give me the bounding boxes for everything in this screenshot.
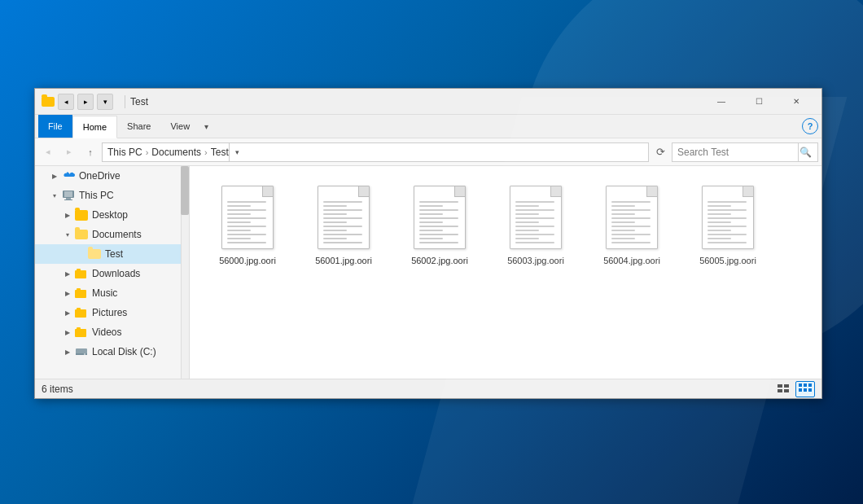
ribbon: File Home Share View ▾ ?	[35, 115, 821, 138]
svg-rect-3	[64, 199, 72, 200]
search-input[interactable]	[677, 147, 798, 158]
sidebar-item-documents[interactable]: ▾ Documents	[35, 225, 189, 244]
sidebar-item-onedrive[interactable]: ▶ OneDrive	[35, 166, 189, 186]
sidebar-item-pictures[interactable]: ▶ Pictures	[35, 303, 189, 322]
svg-rect-5	[77, 269, 81, 271]
sidebar-item-this-pc[interactable]: ▾ This PC	[35, 186, 189, 205]
desktop-folder-icon	[74, 208, 89, 222]
svg-rect-2	[66, 198, 71, 199]
svg-rect-15	[778, 384, 782, 388]
expand-local-disk-icon[interactable]: ▶	[61, 345, 74, 358]
maximize-button[interactable]: ☐	[740, 89, 778, 115]
search-icon[interactable]: 🔍	[798, 143, 813, 161]
file-icon-container	[599, 182, 664, 252]
up-button[interactable]: ↑	[81, 142, 100, 162]
test-folder-icon	[87, 247, 102, 261]
sidebar-scrollbar[interactable]	[181, 166, 189, 379]
svg-point-14	[84, 353, 85, 355]
file-icon	[414, 186, 466, 249]
file-name: 56003.jpg.oori	[507, 255, 564, 266]
file-name: 56004.jpg.oori	[603, 255, 660, 266]
file-icon-container	[311, 182, 376, 252]
quick-access-down[interactable]: ▾	[97, 94, 113, 110]
ribbon-expand-icon[interactable]: ▾	[199, 120, 212, 133]
sidebar-item-local-disk[interactable]: ▶ Local Disk (C:)	[35, 342, 189, 362]
forward-button[interactable]: ▸	[59, 142, 79, 162]
list-item[interactable]: 56000.jpg.oori	[203, 179, 292, 270]
sidebar-label-desktop: Desktop	[92, 209, 128, 221]
sidebar-item-desktop[interactable]: ▶ Desktop	[35, 205, 189, 225]
expand-desktop-icon[interactable]: ▶	[61, 208, 74, 221]
file-name: 56005.jpg.oori	[699, 255, 756, 266]
tab-file[interactable]: File	[38, 115, 72, 138]
expand-pictures-icon[interactable]: ▶	[61, 306, 74, 319]
svg-rect-8	[75, 309, 86, 318]
sidebar-label-this-pc: This PC	[79, 190, 114, 201]
help-button[interactable]: ?	[802, 118, 818, 134]
refresh-button[interactable]: ⟳	[651, 142, 670, 162]
quick-access-back[interactable]: ◂	[58, 94, 74, 110]
local-disk-icon	[74, 344, 89, 359]
main-content: ▶ OneDrive ▾	[35, 166, 821, 379]
documents-folder-icon	[74, 227, 89, 242]
tab-share[interactable]: Share	[117, 115, 160, 138]
file-icon	[221, 186, 274, 249]
tab-view[interactable]: View	[160, 115, 199, 138]
sidebar-label-music: Music	[92, 287, 117, 299]
sidebar-scroll: ▶ OneDrive ▾	[35, 166, 189, 379]
list-view-button[interactable]	[774, 381, 794, 397]
file-icon-lines	[515, 201, 554, 243]
file-icon	[510, 186, 562, 249]
pc-icon	[61, 188, 76, 203]
sidebar-scrollbar-thumb[interactable]	[181, 166, 189, 215]
sidebar-label-onedrive: OneDrive	[79, 170, 120, 182]
title-bar: ◂ ▸ ▾ Test — ☐ ✕	[35, 89, 821, 115]
expand-this-pc-icon[interactable]: ▾	[48, 189, 61, 202]
file-icon-lines	[707, 201, 747, 243]
file-icon	[702, 186, 754, 249]
expand-music-icon[interactable]: ▶	[61, 287, 74, 300]
file-icon-lines	[611, 201, 651, 243]
tiles-view-button[interactable]	[795, 381, 815, 397]
crumb-documents[interactable]: Documents	[151, 147, 201, 158]
status-bar: 6 items	[35, 379, 821, 398]
expand-onedrive-icon[interactable]: ▶	[48, 169, 61, 182]
file-grid: 56000.jpg.oori 56001.jpg.oori 56002.jpg.…	[190, 166, 821, 379]
list-item[interactable]: 56002.jpg.oori	[395, 179, 484, 270]
svg-rect-17	[778, 389, 782, 392]
svg-rect-24	[808, 388, 812, 392]
close-button[interactable]: ✕	[778, 89, 815, 115]
sidebar-item-videos[interactable]: ▶ Videos	[35, 322, 189, 342]
tab-home[interactable]: Home	[72, 116, 117, 138]
svg-rect-1	[64, 191, 72, 197]
svg-rect-19	[799, 383, 802, 387]
address-path[interactable]: This PC › Documents › Test ▾	[102, 142, 649, 162]
sidebar-label-documents: Documents	[92, 229, 142, 240]
window-folder-icon	[42, 95, 55, 108]
minimize-button[interactable]: —	[703, 89, 740, 115]
breadcrumb: This PC › Documents › Test	[107, 147, 229, 158]
sidebar-label-local-disk: Local Disk (C:)	[92, 346, 156, 357]
file-area: 56000.jpg.oori 56001.jpg.oori 56002.jpg.…	[190, 166, 821, 379]
explorer-window: ◂ ▸ ▾ Test — ☐ ✕ File Home Share View	[34, 88, 822, 399]
crumb-test[interactable]: Test	[211, 147, 229, 158]
expand-videos-icon[interactable]: ▶	[61, 326, 74, 339]
quick-access-forward[interactable]: ▸	[77, 94, 94, 110]
svg-rect-20	[804, 383, 807, 387]
list-item[interactable]: 56005.jpg.oori	[683, 179, 773, 270]
sidebar-item-music[interactable]: ▶ Music	[35, 283, 189, 303]
file-icon-lines	[227, 201, 266, 243]
expand-downloads-icon[interactable]: ▶	[61, 267, 74, 280]
file-icon-container	[215, 182, 280, 252]
list-item[interactable]: 56001.jpg.oori	[299, 179, 388, 270]
list-item[interactable]: 56003.jpg.oori	[491, 179, 580, 270]
sidebar-item-downloads[interactable]: ▶ Downloads	[35, 264, 189, 283]
sidebar-item-test[interactable]: Test	[35, 244, 189, 264]
crumb-this-pc[interactable]: This PC	[107, 147, 142, 158]
back-button[interactable]: ◂	[38, 142, 58, 162]
expand-documents-icon[interactable]: ▾	[61, 228, 74, 241]
file-icon	[606, 186, 658, 249]
address-dropdown-button[interactable]: ▾	[229, 142, 245, 162]
search-box[interactable]: 🔍	[672, 142, 818, 162]
list-item[interactable]: 56004.jpg.oori	[587, 179, 677, 270]
